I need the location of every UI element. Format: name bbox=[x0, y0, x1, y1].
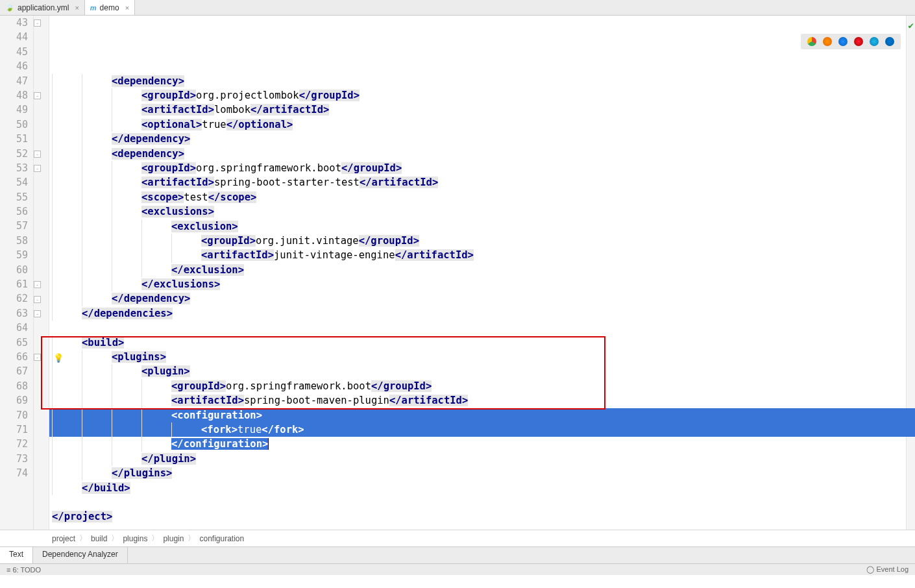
code-line-58[interactable]: </dependency> bbox=[49, 291, 915, 306]
breadcrumb-separator-icon: 〉 bbox=[151, 533, 159, 544]
code-line-61[interactable]: <build> bbox=[49, 336, 915, 350]
editor-tab-bar: 🍃application.yml×mdemo× bbox=[0, 0, 915, 16]
code-line-49[interactable]: <groupId>org.springframework.boot</group… bbox=[49, 161, 915, 175]
code-line-43[interactable]: <dependency> bbox=[49, 74, 915, 88]
line-number-gutter: 4344454647484950515253545556575859606162… bbox=[0, 16, 34, 530]
breadcrumb-item-configuration[interactable]: configuration bbox=[199, 534, 244, 543]
fold-toggle-icon[interactable]: - bbox=[34, 19, 41, 27]
gutter-icons-column: -------- bbox=[34, 16, 49, 530]
code-line-67[interactable]: <fork>true</fork> bbox=[49, 423, 915, 437]
code-line-57[interactable]: </exclusions> bbox=[49, 277, 915, 291]
chrome-icon[interactable] bbox=[807, 37, 816, 46]
code-line-60[interactable] bbox=[49, 321, 915, 335]
code-line-72[interactable] bbox=[49, 495, 915, 509]
inspection-ok-icon: ✔ bbox=[909, 18, 914, 32]
breadcrumb-item-plugins[interactable]: plugins bbox=[123, 534, 147, 543]
opera-icon[interactable] bbox=[854, 37, 863, 46]
fold-toggle-icon[interactable]: - bbox=[34, 310, 41, 317]
code-line-48[interactable]: <dependency> bbox=[49, 147, 915, 161]
code-line-63[interactable]: <plugin> bbox=[49, 364, 915, 378]
code-line-53[interactable]: <exclusion> bbox=[49, 219, 915, 234]
code-line-46[interactable]: <optional>true</optional> bbox=[49, 117, 915, 132]
code-line-74[interactable] bbox=[49, 524, 915, 530]
code-line-64[interactable]: <groupId>org.springframework.boot</group… bbox=[49, 379, 915, 393]
code-line-62[interactable]: <plugins> bbox=[49, 350, 915, 364]
fold-toggle-icon[interactable]: - bbox=[34, 165, 41, 172]
safari-icon[interactable] bbox=[838, 37, 848, 46]
code-line-69[interactable]: </plugin> bbox=[49, 452, 915, 466]
breadcrumb-separator-icon: 〉 bbox=[188, 533, 195, 544]
code-line-68[interactable]: </configuration> bbox=[49, 437, 915, 451]
fold-toggle-icon[interactable]: - bbox=[34, 92, 41, 99]
code-line-70[interactable]: </plugins> bbox=[49, 466, 915, 480]
close-icon[interactable]: × bbox=[75, 4, 79, 12]
code-line-51[interactable]: <scope>test</scope> bbox=[49, 190, 915, 204]
code-line-73[interactable]: </project> bbox=[49, 509, 915, 524]
browser-preview-bar bbox=[801, 34, 901, 49]
breadcrumb-separator-icon: 〉 bbox=[79, 533, 87, 544]
ie-icon[interactable] bbox=[870, 37, 879, 46]
code-line-44[interactable]: <groupId>org.projectlombok</groupId> bbox=[49, 88, 915, 103]
breadcrumb-bar[interactable]: project〉build〉plugins〉plugin〉configurati… bbox=[0, 530, 915, 546]
file-type-icon: m bbox=[90, 4, 97, 12]
code-line-66[interactable]: <configuration> bbox=[49, 408, 915, 423]
code-line-65[interactable]: <artifactId>spring-boot-maven-plugin</ar… bbox=[49, 393, 915, 408]
tab-label: demo bbox=[100, 3, 119, 12]
editor-tab-application.yml[interactable]: 🍃application.yml× bbox=[0, 0, 85, 15]
file-type-icon: 🍃 bbox=[5, 3, 14, 12]
editor-area: 4344454647484950515253545556575859606162… bbox=[0, 16, 915, 530]
code-line-52[interactable]: <exclusions> bbox=[49, 204, 915, 219]
fold-toggle-icon[interactable]: - bbox=[34, 281, 41, 288]
bottom-tab-bar: TextDependency Analyzer bbox=[0, 546, 915, 563]
firefox-icon[interactable] bbox=[823, 37, 832, 46]
breadcrumb-separator-icon: 〉 bbox=[111, 533, 119, 544]
code-line-71[interactable]: </build> bbox=[49, 481, 915, 495]
status-left[interactable]: ≡ 6: TODO bbox=[6, 566, 41, 574]
code-line-54[interactable]: <groupId>org.junit.vintage</groupId> bbox=[49, 234, 915, 248]
tab-label: application.yml bbox=[18, 3, 69, 12]
code-line-55[interactable]: <artifactId>junit-vintage-engine</artifa… bbox=[49, 248, 915, 262]
intention-bulb-icon[interactable]: 💡 bbox=[53, 351, 64, 365]
editor-tab-demo[interactable]: mdemo× bbox=[85, 0, 135, 15]
code-line-59[interactable]: </dependencies> bbox=[49, 306, 915, 321]
code-line-56[interactable]: </exclusion> bbox=[49, 263, 915, 277]
close-icon[interactable]: × bbox=[125, 4, 129, 12]
fold-toggle-icon[interactable]: - bbox=[34, 151, 41, 158]
breadcrumb-item-build[interactable]: build bbox=[91, 534, 107, 543]
edge-icon[interactable] bbox=[885, 37, 894, 46]
bottom-tab-text[interactable]: Text bbox=[0, 547, 33, 563]
breadcrumb-item-plugin[interactable]: plugin bbox=[163, 534, 184, 543]
status-bar: ≡ 6: TODO ◯ Event Log bbox=[0, 563, 915, 575]
fold-toggle-icon[interactable]: - bbox=[34, 354, 41, 361]
fold-toggle-icon[interactable]: - bbox=[34, 296, 41, 303]
status-right[interactable]: ◯ Event Log bbox=[866, 565, 909, 574]
code-line-47[interactable]: </dependency> bbox=[49, 132, 915, 146]
code-editor[interactable]: ✔ <dependency> <groupId>org.projectlombo… bbox=[49, 16, 915, 530]
bottom-tab-dependency-analyzer[interactable]: Dependency Analyzer bbox=[33, 547, 128, 563]
code-line-50[interactable]: <artifactId>spring-boot-starter-test</ar… bbox=[49, 175, 915, 190]
breadcrumb-item-project[interactable]: project bbox=[52, 534, 75, 543]
code-line-45[interactable]: <artifactId>lombok</artifactId> bbox=[49, 103, 915, 117]
